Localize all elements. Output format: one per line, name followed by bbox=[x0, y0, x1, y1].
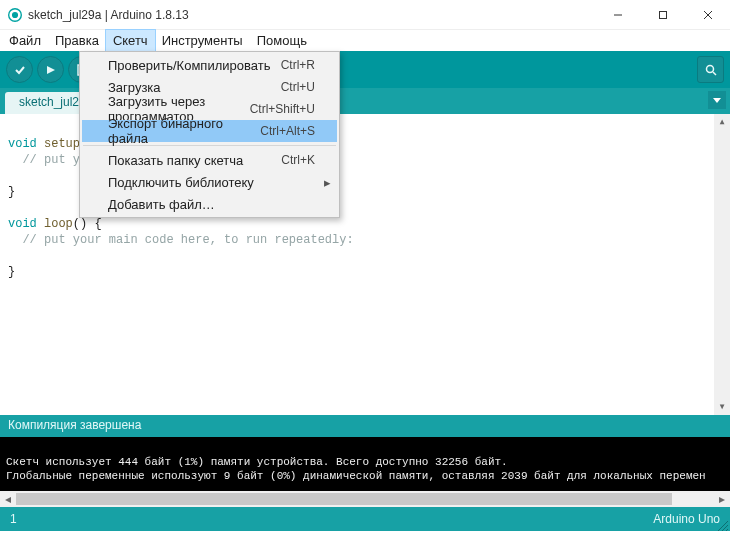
scroll-up-icon[interactable]: ▴ bbox=[714, 114, 730, 130]
verify-button[interactable] bbox=[6, 56, 33, 83]
tab-menu-button[interactable] bbox=[708, 91, 726, 109]
menu-add-file[interactable]: Добавить файл… bbox=[82, 193, 337, 215]
footer-board: Arduino Uno bbox=[653, 512, 720, 526]
menu-tools[interactable]: Инструменты bbox=[155, 30, 250, 51]
close-button[interactable] bbox=[685, 0, 730, 30]
maximize-button[interactable] bbox=[640, 0, 685, 30]
minimize-button[interactable] bbox=[595, 0, 640, 30]
code-text: void bbox=[8, 137, 37, 151]
scroll-track[interactable] bbox=[714, 130, 730, 399]
title-bar: sketch_jul29a | Arduino 1.8.13 bbox=[0, 0, 730, 30]
menu-include-library[interactable]: Подключить библиотеку ▸ bbox=[82, 171, 337, 193]
sketch-menu-dropdown: Проверить/Компилировать Ctrl+R Загрузка … bbox=[79, 51, 340, 218]
footer-bar: 1 Arduino Uno bbox=[0, 507, 730, 531]
console-line: Скетч использует 444 байт (1%) памяти ус… bbox=[6, 456, 508, 468]
svg-point-8 bbox=[706, 65, 713, 72]
menu-file[interactable]: Файл bbox=[2, 30, 48, 51]
svg-rect-3 bbox=[659, 11, 666, 18]
menu-help[interactable]: Помощь bbox=[250, 30, 314, 51]
menu-show-folder[interactable]: Показать папку скетча Ctrl+K bbox=[82, 149, 337, 171]
scroll-thumb[interactable] bbox=[16, 493, 672, 505]
app-icon bbox=[8, 8, 22, 22]
scroll-track[interactable] bbox=[16, 491, 714, 507]
resize-grip-icon[interactable] bbox=[716, 519, 728, 531]
serial-monitor-button[interactable] bbox=[697, 56, 724, 83]
chevron-right-icon: ▸ bbox=[324, 175, 331, 190]
menu-edit[interactable]: Правка bbox=[48, 30, 106, 51]
svg-line-13 bbox=[726, 529, 728, 531]
editor-vertical-scrollbar[interactable]: ▴ ▾ bbox=[714, 114, 730, 415]
menu-export-binary[interactable]: Экспорт бинарного файла Ctrl+Alt+S bbox=[82, 120, 337, 142]
scroll-right-icon[interactable]: ▸ bbox=[714, 491, 730, 507]
svg-point-1 bbox=[12, 11, 18, 17]
menu-bar: Файл Правка Скетч Инструменты Помощь bbox=[0, 30, 730, 51]
console-horizontal-scrollbar[interactable]: ◂ ▸ bbox=[0, 491, 730, 507]
scroll-left-icon[interactable]: ◂ bbox=[0, 491, 16, 507]
upload-button[interactable] bbox=[37, 56, 64, 83]
console-line: Глобальные переменные используют 9 байт … bbox=[6, 470, 706, 482]
console-output[interactable]: Скетч использует 444 байт (1%) памяти ус… bbox=[0, 437, 730, 491]
status-text: Компиляция завершена bbox=[8, 418, 141, 432]
footer-line-number: 1 bbox=[10, 512, 17, 526]
window-title: sketch_jul29a | Arduino 1.8.13 bbox=[28, 8, 189, 22]
status-bar: Компиляция завершена bbox=[0, 415, 730, 437]
scroll-down-icon[interactable]: ▾ bbox=[714, 399, 730, 415]
svg-marker-6 bbox=[47, 66, 55, 74]
svg-marker-10 bbox=[713, 98, 721, 103]
menu-sketch[interactable]: Скетч bbox=[106, 30, 155, 51]
svg-line-9 bbox=[713, 72, 716, 75]
menu-verify-compile[interactable]: Проверить/Компилировать Ctrl+R bbox=[82, 54, 337, 76]
